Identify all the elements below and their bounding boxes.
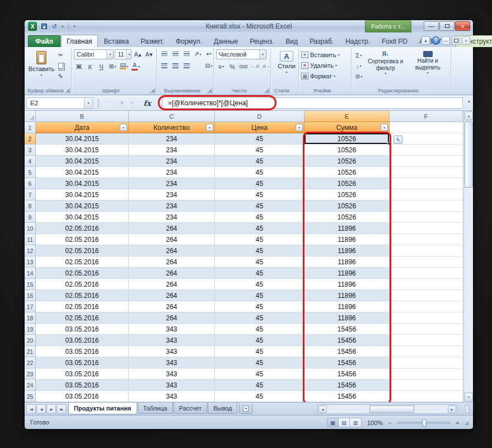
restore-button[interactable]: [439, 21, 454, 31]
insert-cells-button[interactable]: + Вставить ▾: [301, 49, 349, 60]
column-header-e[interactable]: E: [304, 111, 390, 122]
cell[interactable]: 343: [129, 346, 215, 357]
cell[interactable]: [390, 279, 463, 290]
select-all-corner[interactable]: [25, 111, 36, 122]
cell[interactable]: 10526: [304, 178, 390, 189]
cell[interactable]: 264: [129, 290, 215, 301]
delete-cells-button[interactable]: ✕ Удалить ▾: [301, 60, 349, 71]
cell[interactable]: 264: [129, 279, 215, 290]
cell[interactable]: 45: [215, 335, 304, 346]
minimize-button[interactable]: —: [424, 21, 439, 31]
cell[interactable]: 234: [129, 178, 215, 189]
cell[interactable]: [390, 391, 463, 402]
cell[interactable]: 03.05.2016: [36, 346, 129, 357]
cell[interactable]: 45: [215, 144, 304, 156]
fill-button[interactable]: ↓▾: [354, 61, 364, 71]
cell[interactable]: 30.04.2015: [36, 189, 129, 200]
merge-center-button[interactable]: ⊟▾: [204, 61, 214, 71]
increase-decimal-button[interactable]: ←.0: [250, 62, 260, 71]
ribbon-tab[interactable]: Разраб.: [304, 35, 339, 47]
cell[interactable]: 30.04.2015: [36, 156, 129, 167]
cell[interactable]: 03.05.2016: [36, 335, 129, 346]
zoom-level[interactable]: 100%: [365, 419, 383, 426]
cell[interactable]: 30.04.2015: [36, 167, 129, 178]
cell[interactable]: 343: [129, 324, 215, 335]
name-box-dropdown[interactable]: ▼: [85, 97, 93, 109]
cell[interactable]: 15456: [304, 346, 390, 357]
sort-filter-button[interactable]: Я↓ Сортировка и фильтр ▾: [365, 49, 406, 87]
cell[interactable]: 45: [215, 189, 304, 200]
dialog-launcher-icon[interactable]: [65, 88, 70, 93]
resize-grip-icon[interactable]: ◢: [465, 420, 468, 426]
insert-function-button[interactable]: fx: [140, 98, 154, 108]
align-right-button[interactable]: [181, 61, 191, 71]
cell[interactable]: 264: [129, 268, 215, 279]
undo-button[interactable]: ↺: [50, 22, 59, 31]
enter-icon[interactable]: ✓: [130, 100, 134, 106]
row-header[interactable]: 16: [25, 290, 36, 301]
tab-split-handle[interactable]: [465, 405, 470, 413]
cell[interactable]: 45: [215, 223, 304, 234]
cell[interactable]: [390, 380, 463, 391]
cell[interactable]: 03.05.2016: [36, 357, 129, 368]
cell[interactable]: 45: [215, 391, 304, 402]
cell[interactable]: 11896: [304, 223, 390, 234]
scrollbar-thumb[interactable]: [465, 122, 473, 188]
cell[interactable]: 10526: [304, 167, 390, 178]
workbook-close-icon[interactable]: ×: [462, 36, 470, 45]
cell[interactable]: [390, 368, 463, 380]
row-header[interactable]: 15: [25, 279, 36, 290]
cell[interactable]: 343: [129, 391, 215, 402]
number-format-select[interactable]: Числовой▼: [216, 49, 266, 59]
cell[interactable]: 45: [215, 301, 304, 312]
cell[interactable]: [390, 256, 463, 268]
sheet-tab[interactable]: Таблица: [138, 403, 173, 414]
cell[interactable]: 02.05.2016: [36, 245, 129, 256]
dialog-launcher-icon[interactable]: [264, 88, 269, 93]
cell[interactable]: 264: [129, 223, 215, 234]
font-name-select[interactable]: Calibri▼: [74, 49, 114, 59]
help-icon[interactable]: ?: [432, 36, 440, 45]
cell[interactable]: 02.05.2016: [36, 279, 129, 290]
filter-button[interactable]: ▼: [120, 124, 127, 131]
percent-button[interactable]: %: [227, 62, 237, 71]
cell[interactable]: 45: [215, 312, 304, 324]
row-header[interactable]: 3: [25, 144, 36, 156]
cell[interactable]: [390, 357, 463, 368]
cell[interactable]: [390, 200, 463, 212]
align-center-button[interactable]: [170, 61, 180, 71]
cell[interactable]: 10526: [304, 189, 390, 200]
cell[interactable]: 10526: [304, 144, 390, 156]
cell[interactable]: [390, 312, 463, 324]
cell[interactable]: 45: [215, 167, 304, 178]
scroll-left-button[interactable]: ◀: [318, 405, 327, 413]
cell[interactable]: 343: [129, 357, 215, 368]
format-painter-button[interactable]: ✎: [55, 72, 65, 81]
cell[interactable]: 30.04.2015: [36, 200, 129, 212]
bold-button[interactable]: Ж: [74, 62, 84, 71]
cell[interactable]: 03.05.2016: [36, 368, 129, 380]
orientation-button[interactable]: ⇗▾: [193, 49, 203, 59]
cell[interactable]: 02.05.2016: [36, 290, 129, 301]
cell[interactable]: [390, 122, 463, 133]
ribbon-tab[interactable]: Вид: [280, 35, 303, 47]
cell[interactable]: 30.04.2015: [36, 178, 129, 189]
vertical-scrollbar[interactable]: ▲ ▼: [463, 111, 473, 402]
cancel-icon[interactable]: ✕: [120, 100, 124, 106]
align-left-button[interactable]: [159, 61, 169, 71]
cell[interactable]: 03.05.2016: [36, 324, 129, 335]
cell[interactable]: 10526: [304, 200, 390, 212]
first-sheet-button[interactable]: |◀: [26, 404, 36, 414]
column-header-d[interactable]: D: [215, 111, 304, 122]
filter-button[interactable]: ▼: [296, 124, 303, 131]
filter-button[interactable]: ▼: [206, 124, 213, 131]
row-header[interactable]: 6: [25, 178, 36, 189]
zoom-slider[interactable]: [397, 422, 451, 424]
table-header-cell[interactable]: Цена ▼: [215, 122, 304, 133]
cell[interactable]: 02.05.2016: [36, 234, 129, 245]
row-header[interactable]: 18: [25, 312, 36, 324]
ribbon-tab[interactable]: Размет.: [135, 35, 170, 47]
zoom-slider-thumb[interactable]: [422, 419, 427, 427]
row-header[interactable]: 8: [25, 200, 36, 212]
cell[interactable]: 15456: [304, 368, 390, 380]
